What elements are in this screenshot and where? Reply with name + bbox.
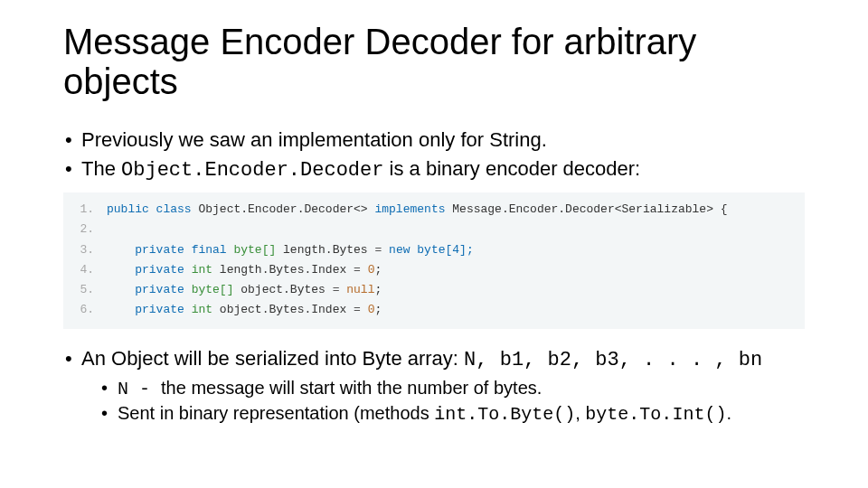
bullet-item: The Object.Encoder.Decoder is a binary e…: [63, 155, 805, 184]
code-keyword: private: [135, 283, 184, 296]
text: Sent in binary representation (methods: [118, 403, 434, 423]
sub-bullet-list: N - the message will start with the numb…: [81, 376, 805, 427]
code-text: length.Bytes: [276, 243, 374, 257]
code-type: byte[]: [184, 283, 234, 296]
inline-code: int.To.Byte(): [434, 404, 575, 425]
bullet-list: Previously we saw an implementation only…: [63, 127, 805, 183]
code-line: 6. private int object.Bytes.Index = 0;: [72, 300, 796, 320]
text: the message will start with the number o…: [161, 378, 542, 398]
line-number: 1.: [72, 200, 94, 220]
text: An Object will be serialized into Byte a…: [81, 347, 464, 370]
inline-code: N -: [118, 379, 161, 399]
code-text: ;: [375, 263, 382, 277]
code-keyword: private: [135, 263, 184, 277]
code-literal: 0: [361, 303, 375, 316]
sub-bullet-item: Sent in binary representation (methods i…: [98, 401, 805, 427]
line-number: 5.: [72, 280, 94, 300]
text: The: [81, 157, 121, 180]
code-line: 3. private final byte[] length.Bytes = n…: [72, 240, 796, 260]
line-number: 6.: [72, 300, 94, 320]
line-number: 4.: [72, 260, 94, 280]
bullet-item: Previously we saw an implementation only…: [63, 127, 805, 154]
code-text: Message.Encoder.Decoder<Serializable> {: [445, 202, 727, 216]
code-keyword: private final: [135, 243, 226, 257]
code-type: int: [184, 303, 212, 316]
sub-bullet-item: N - the message will start with the numb…: [98, 376, 805, 401]
code-text: new byte[4];: [382, 243, 473, 257]
code-text: ;: [374, 283, 382, 296]
code-op: =: [354, 303, 361, 316]
code-block: 1. public class Object.Encoder.Decoder<>…: [63, 192, 805, 329]
inline-code: byte.To.Int(): [585, 404, 726, 425]
bullet-item: An Object will be serialized into Byte a…: [63, 345, 805, 427]
text: is a binary encoder decoder:: [383, 157, 640, 180]
code-text: object.Bytes.Index: [212, 303, 354, 316]
slide-title: Message Encoder Decoder for arbitrary ob…: [63, 22, 805, 101]
code-op: =: [354, 263, 361, 277]
code-literal: 0: [361, 263, 375, 277]
code-text: length.Bytes.Index: [212, 263, 354, 277]
code-type: byte[]: [227, 243, 277, 257]
inline-code: Object.Encoder.Decoder: [121, 159, 383, 182]
text: ,: [575, 403, 585, 423]
code-text: Object.Encoder.Decoder<>: [192, 202, 375, 216]
code-line: 5. private byte[] object.Bytes = null;: [72, 280, 796, 300]
line-number: 2.: [72, 220, 94, 239]
inline-code: N, b1, b2, b3, . . . , bn: [464, 349, 762, 371]
line-number: 3.: [72, 240, 94, 260]
code-line: 1. public class Object.Encoder.Decoder<>…: [72, 200, 796, 220]
code-keyword: implements: [374, 202, 445, 216]
bullet-list: An Object will be serialized into Byte a…: [63, 345, 805, 427]
code-keyword: public class: [107, 202, 192, 216]
code-text: object.Bytes: [233, 283, 332, 296]
code-line: 2.: [72, 220, 796, 239]
code-keyword: private: [135, 303, 184, 316]
text: .: [726, 403, 731, 423]
code-type: int: [184, 263, 212, 277]
code-line: 4. private int length.Bytes.Index = 0;: [72, 260, 796, 280]
code-literal: null: [339, 283, 374, 296]
code-text: ;: [375, 303, 382, 316]
